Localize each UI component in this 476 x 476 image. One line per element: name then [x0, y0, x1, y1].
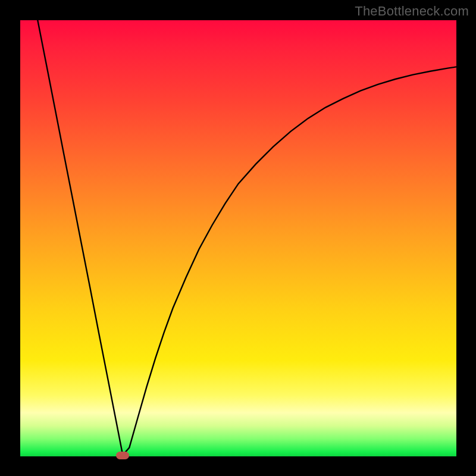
attribution-text: TheBottleneck.com — [355, 4, 469, 19]
curve-layer — [20, 20, 456, 456]
bottleneck-curve — [37, 20, 456, 455]
chart-frame: TheBottleneck.com — [0, 0, 476, 476]
plot-area — [20, 20, 456, 456]
min-marker — [116, 452, 129, 459]
